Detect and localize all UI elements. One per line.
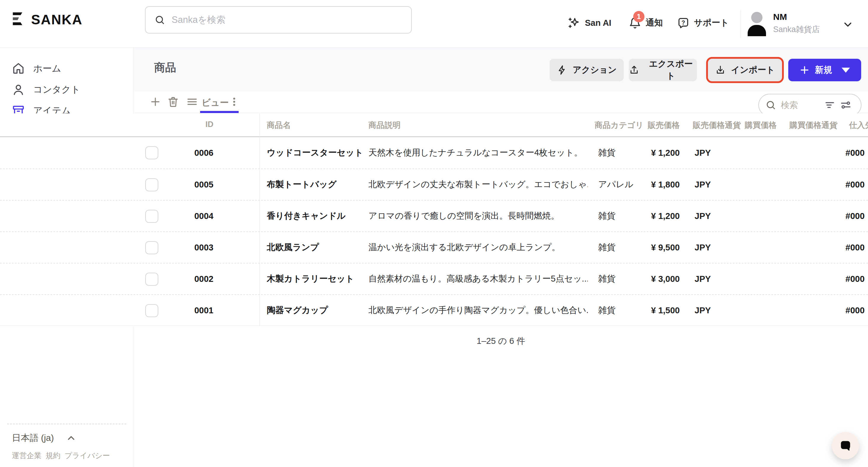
table-row[interactable]: 0005 布製トートバッグ 北欧デザインの丈夫な布製トートバッグ。エコでおしゃ.… bbox=[0, 169, 868, 200]
cell-description: 自然素材の温もり。高級感ある木製カトラリー5点セッ... bbox=[369, 273, 588, 285]
add-view-icon[interactable] bbox=[149, 95, 161, 108]
sidebar-footer: 日本語 (ja) 運営企業 規約 プライバシー bbox=[7, 424, 126, 461]
cell-description: アロマの香りで癒しの空間を演出。長時間燃焼。 bbox=[369, 210, 588, 222]
cell-supplier: #000 bbox=[845, 180, 868, 189]
plus-icon bbox=[800, 65, 810, 75]
chat-fab-button[interactable] bbox=[832, 432, 859, 459]
kebab-menu-icon[interactable] bbox=[228, 95, 241, 108]
row-checkbox[interactable] bbox=[145, 210, 158, 223]
col-header-purchase-currency[interactable]: 購買価格通貨 bbox=[789, 120, 837, 130]
header-divider bbox=[740, 10, 741, 38]
cell-id: 0002 bbox=[160, 274, 213, 284]
col-header-description[interactable]: 商品説明 bbox=[369, 120, 401, 130]
cell-name: 布製トートバッグ bbox=[267, 179, 362, 191]
col-header-sale-price[interactable]: 販売価格 bbox=[628, 120, 680, 130]
col-header-supplier[interactable]: 仕入先 bbox=[849, 120, 868, 130]
cell-id: 0003 bbox=[160, 243, 213, 253]
table-row[interactable]: 0004 香り付きキャンドル アロマの香りで癒しの空間を演出。長時間燃焼。 雑貨… bbox=[0, 200, 868, 231]
col-header-name[interactable]: 商品名 bbox=[267, 120, 291, 130]
table-row[interactable]: 0002 木製カトラリーセット 自然素材の温もり。高級感ある木製カトラリー5点セ… bbox=[0, 263, 868, 294]
sparkles-icon bbox=[568, 16, 581, 29]
sliders-icon[interactable] bbox=[840, 99, 851, 111]
cell-sale-currency: JPY bbox=[694, 243, 739, 253]
notifications-button[interactable]: 1 通知 bbox=[628, 16, 663, 29]
col-header-purchase-price[interactable]: 購買価格 bbox=[741, 120, 777, 130]
cell-sale-price: ¥ 1,500 bbox=[628, 305, 680, 315]
cell-sale-currency: JPY bbox=[694, 148, 739, 158]
avatar bbox=[747, 12, 767, 36]
col-header-id[interactable]: ID bbox=[160, 120, 213, 129]
new-button[interactable]: 新規 bbox=[788, 59, 861, 81]
export-button[interactable]: エクスポート bbox=[629, 59, 697, 81]
col-header-sale-currency[interactable]: 販売価格通貨 bbox=[693, 120, 741, 130]
row-checkbox[interactable] bbox=[145, 241, 158, 254]
person-icon bbox=[12, 83, 25, 96]
san-ai-button[interactable]: San AI bbox=[568, 16, 611, 29]
page-header: 商品 アクション エクスポート インポート 新規 bbox=[134, 48, 868, 91]
home-icon bbox=[12, 62, 25, 75]
user-menu[interactable]: NM Sanka雑貨店 bbox=[747, 12, 820, 36]
link-company[interactable]: 運営企業 bbox=[12, 451, 41, 461]
row-checkbox[interactable] bbox=[145, 273, 158, 286]
sidebar-item-label: コンタクト bbox=[33, 83, 80, 96]
cell-description: 天然木を使用したナチュラルなコースター4枚セット。 bbox=[369, 147, 588, 159]
cell-name: ウッドコースターセット bbox=[267, 147, 362, 159]
view-toolbar: ビュー bbox=[134, 91, 868, 113]
sidebar-item-contacts[interactable]: コンタクト bbox=[0, 79, 133, 100]
cell-sale-price: ¥ 3,000 bbox=[628, 274, 680, 284]
table-header: ID 商品名 商品説明 商品カテゴリ 販売価格 販売価格通貨 購買価格 購買価格… bbox=[0, 113, 868, 137]
tab-view[interactable]: ビュー bbox=[202, 97, 228, 109]
table-row[interactable]: 0006 ウッドコースターセット 天然木を使用したナチュラルなコースター4枚セッ… bbox=[0, 137, 868, 169]
cell-name: 木製カトラリーセット bbox=[267, 273, 362, 285]
support-button[interactable]: ? サポート bbox=[677, 16, 729, 29]
link-terms[interactable]: 規約 bbox=[45, 451, 60, 461]
cell-id: 0006 bbox=[160, 148, 213, 158]
bolt-icon bbox=[557, 65, 567, 76]
cell-supplier: #000 bbox=[845, 243, 868, 253]
cell-supplier: #000 bbox=[845, 305, 868, 315]
cell-sale-price: ¥ 1,200 bbox=[628, 148, 680, 158]
table-search-input[interactable] bbox=[781, 100, 819, 110]
row-checkbox[interactable] bbox=[145, 178, 158, 192]
table-search[interactable] bbox=[758, 94, 862, 116]
link-privacy[interactable]: プライバシー bbox=[65, 451, 110, 461]
brand-logo[interactable]: SANKA bbox=[11, 11, 83, 28]
table-body: 0006 ウッドコースターセット 天然木を使用したナチュラルなコースター4枚セッ… bbox=[0, 137, 868, 326]
table-row[interactable]: 0003 北欧風ランプ 温かい光を演出する北欧デザインの卓上ランプ。 雑貨 ¥ … bbox=[0, 231, 868, 263]
sanka-logo-icon bbox=[11, 11, 26, 28]
global-search-input[interactable] bbox=[172, 14, 402, 25]
user-org: Sanka雑貨店 bbox=[773, 24, 820, 35]
language-label: 日本語 (ja) bbox=[12, 432, 54, 444]
notifications-label: 通知 bbox=[646, 17, 663, 29]
chevron-down-icon[interactable] bbox=[842, 19, 854, 30]
cell-sale-price: ¥ 1,200 bbox=[628, 211, 680, 221]
import-button[interactable]: インポート bbox=[708, 59, 782, 81]
action-button[interactable]: アクション bbox=[550, 59, 624, 81]
row-checkbox[interactable] bbox=[145, 146, 158, 159]
search-icon bbox=[766, 100, 776, 110]
language-selector[interactable]: 日本語 (ja) bbox=[7, 432, 126, 444]
filter-lines-icon[interactable] bbox=[824, 99, 835, 111]
svg-text:?: ? bbox=[682, 19, 685, 26]
global-search[interactable] bbox=[145, 6, 412, 33]
sidebar-item-label: ホーム bbox=[33, 62, 61, 75]
download-icon bbox=[715, 65, 726, 76]
cell-supplier: #000 bbox=[845, 148, 868, 158]
trash-icon[interactable] bbox=[167, 95, 179, 108]
cell-sale-currency: JPY bbox=[694, 305, 739, 315]
list-view-icon[interactable] bbox=[186, 95, 198, 108]
notification-badge: 1 bbox=[633, 11, 645, 22]
top-bar: SANKA San AI 1 通知 bbox=[0, 0, 868, 48]
chat-bubble-icon bbox=[839, 439, 852, 453]
cell-description: 温かい光を演出する北欧デザインの卓上ランプ。 bbox=[369, 241, 588, 253]
cell-description: 北欧風デザインの手作り陶器マグカップ。優しい色合い... bbox=[369, 304, 588, 316]
cell-name: 香り付きキャンドル bbox=[267, 210, 362, 222]
row-checkbox[interactable] bbox=[145, 304, 158, 317]
new-dropdown-caret[interactable] bbox=[842, 68, 850, 73]
brand-name: SANKA bbox=[31, 11, 83, 28]
page-title: 商品 bbox=[154, 60, 176, 75]
user-name: NM bbox=[773, 12, 820, 22]
cell-name: 陶器マグカップ bbox=[267, 304, 362, 316]
sidebar-item-home[interactable]: ホーム bbox=[0, 58, 133, 79]
table-row[interactable]: 0001 陶器マグカップ 北欧風デザインの手作り陶器マグカップ。優しい色合い..… bbox=[0, 294, 868, 326]
